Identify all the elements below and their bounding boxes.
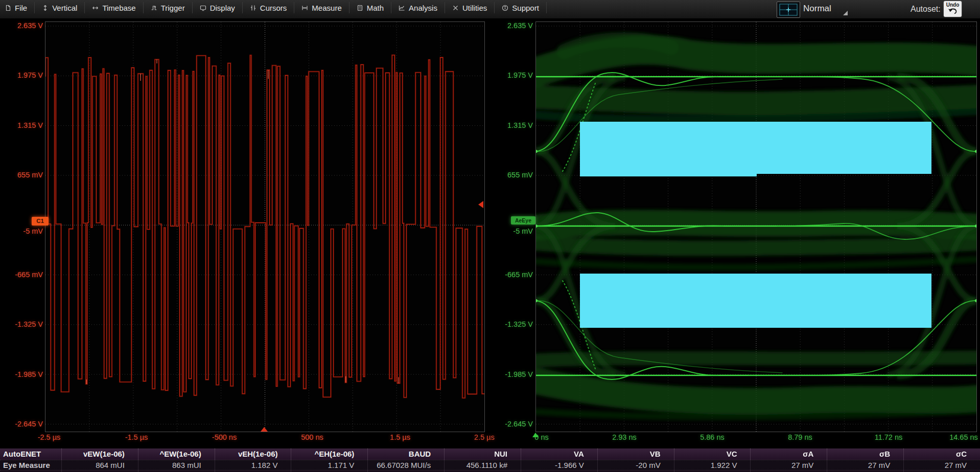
table-row-pass-fail-clipped: Pass/Fail (0, 470, 980, 472)
menu-trigger[interactable]: Trigger (144, 2, 193, 13)
menu-vertical-label: Vertical (52, 4, 77, 12)
table-header-cell: AutoENET (0, 448, 61, 460)
eye-diagram-panel[interactable] (535, 21, 977, 432)
table-cell: 66.67028 MUI/s (367, 460, 444, 470)
timebase-icon (92, 5, 99, 11)
menu-display[interactable]: Display (193, 2, 243, 13)
menu-timebase[interactable]: Timebase (85, 2, 143, 13)
autoset-label: Autoset: (911, 5, 941, 14)
y-tick: -665 mV (488, 271, 533, 279)
table-cell: 27 mV (750, 460, 827, 470)
c1-waveform-plot (45, 22, 484, 432)
table-header-cell[interactable]: VA (521, 448, 597, 460)
x-tick: 2.93 ns (612, 433, 637, 441)
menu-vertical[interactable]: Vertical (35, 2, 85, 13)
c1-trace (45, 55, 484, 398)
menu-timebase-label: Timebase (102, 4, 135, 12)
menu-cursors-label: Cursors (260, 4, 287, 12)
c1-channel-badge[interactable]: C1 (32, 217, 49, 226)
menubar: File Vertical Timebase Trigger Display C… (0, 0, 980, 19)
y-tick: -1.325 V (488, 320, 533, 328)
aeeye-trace-badge[interactable]: AeEye (511, 216, 535, 224)
table-cell: 864 mUI (61, 460, 138, 470)
measure-icon (301, 5, 308, 11)
menu-utilities[interactable]: Utilities (445, 2, 495, 13)
menu-support-label: Support (512, 4, 539, 12)
table-header-cell[interactable]: ^EW(1e-06) (138, 448, 215, 460)
display-mode-dropdown[interactable]: Normal (803, 4, 831, 14)
y-tick: -5 mV (0, 227, 43, 235)
display-mode-value: Normal (803, 4, 831, 13)
menu-math-label: Math (367, 4, 384, 12)
table-cell: -1.966 V (521, 460, 597, 470)
trigger-level-marker[interactable] (478, 201, 483, 208)
grid-layout-icon (779, 4, 798, 16)
table-row-label: Eye Measure (0, 460, 61, 470)
x-tick: 11.72 ns (875, 433, 903, 441)
y-tick: -1.985 V (0, 370, 43, 378)
x-tick: 500 ns (301, 433, 323, 441)
menu-analysis-label: Analysis (409, 4, 437, 12)
menu-trigger-label: Trigger (161, 4, 185, 12)
undo-button-label: Undo (944, 1, 962, 8)
y-tick: -5 mV (488, 227, 533, 235)
x-tick: 1.5 µs (390, 433, 410, 441)
table-header-cell[interactable]: σA (750, 448, 827, 460)
support-icon (502, 5, 508, 11)
table-cell: 1.922 V (674, 460, 751, 470)
table-header-cell[interactable]: σC (903, 448, 980, 460)
table-header-cell[interactable]: vEW(1e-06) (61, 448, 138, 460)
grid-display-button[interactable] (777, 2, 800, 18)
aeeye-eye-plot (536, 22, 976, 432)
measurement-table: AutoENET vEW(1e-06) ^EW(1e-06) vEH(1e-06… (0, 448, 980, 472)
x-tick: 2.5 µs (474, 433, 495, 441)
menu-support[interactable]: Support (495, 2, 547, 13)
y-tick: 655 mV (488, 171, 533, 179)
table-header-cell[interactable]: VC (674, 448, 751, 460)
utilities-icon (452, 5, 459, 11)
menu-display-label: Display (210, 4, 235, 12)
table-cell: 863 mUI (138, 460, 215, 470)
x-tick: 5.86 ns (700, 433, 725, 441)
table-header-cell[interactable]: BAUD (367, 448, 444, 460)
menu-math[interactable]: Math (349, 2, 391, 13)
table-cell: 456.1110 k# (444, 460, 521, 470)
x-tick: -1.5 µs (125, 433, 148, 441)
table-cell: 1.182 V (215, 460, 291, 470)
menu-cursors[interactable]: Cursors (243, 2, 295, 13)
zero-time-marker[interactable] (532, 433, 539, 437)
file-icon (5, 5, 11, 11)
menu-analysis[interactable]: Analysis (391, 2, 445, 13)
oscilloscope-app: File Vertical Timebase Trigger Display C… (0, 0, 980, 472)
table-cell: -20 mV (597, 460, 674, 470)
table-cell: 27 mV (903, 460, 980, 470)
table-header-cell[interactable]: vEH(1e-06) (215, 448, 291, 460)
menu-measure-label: Measure (312, 4, 341, 12)
table-header-cell[interactable]: NUI (444, 448, 521, 460)
table-header-cell[interactable]: σB (827, 448, 903, 460)
menu-items: File Vertical Timebase Trigger Display C… (0, 0, 547, 15)
x-tick: 8.79 ns (788, 433, 812, 441)
y-tick: 1.315 V (488, 121, 533, 129)
y-tick: 1.975 V (0, 71, 43, 79)
table-header-cell[interactable]: ^EH(1e-06) (291, 448, 367, 460)
cursors-icon (250, 5, 256, 11)
y-tick: 1.315 V (0, 121, 43, 129)
menu-file[interactable]: File (0, 2, 35, 13)
trigger-time-marker[interactable] (261, 427, 268, 432)
y-tick: 1.975 V (488, 71, 533, 79)
table-row-eye-measure: Eye Measure 864 mUI 863 mUI 1.182 V 1.17… (0, 460, 980, 470)
table-header-cell[interactable]: VB (597, 448, 674, 460)
menu-measure[interactable]: Measure (294, 2, 349, 13)
y-tick: 655 mV (0, 171, 43, 179)
undo-autoset-button[interactable]: Undo (944, 1, 962, 17)
y-tick: -1.325 V (0, 320, 43, 328)
y-tick: -2.645 V (0, 420, 43, 428)
y-tick: -1.985 V (488, 370, 533, 378)
waveform-panel[interactable] (45, 21, 485, 432)
y-tick: -2.645 V (488, 420, 533, 428)
y-tick: 2.635 V (0, 21, 43, 30)
dropdown-corner-icon[interactable] (843, 11, 848, 15)
eye-mask-lower (580, 274, 931, 328)
y-tick: -665 mV (0, 271, 43, 279)
